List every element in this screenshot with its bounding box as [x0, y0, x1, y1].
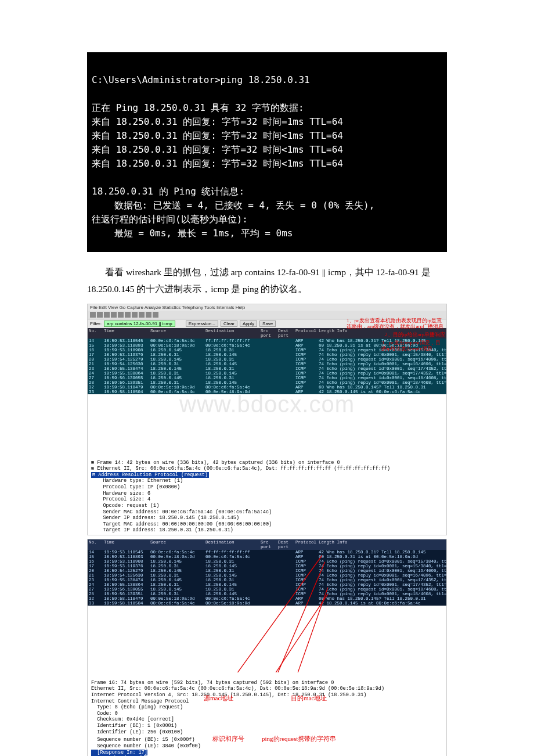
col-dest[interactable]: Destination [204, 328, 259, 339]
table-row[interactable]: 1710:59:53.11937618.250.0.3118.250.0.145… [88, 564, 446, 568]
annotation-3: 3、pc发出request消息，目的ip给出发出reply消息 [381, 340, 445, 352]
ping-stats-4: 最短 = 0ms, 最长 = 1ms, 平均 = 0ms [92, 228, 293, 239]
table-row[interactable]: 2710:59:56.13905518.250.0.14518.250.0.31… [88, 376, 446, 380]
table-row[interactable]: 3310:59:58.11850400:0e:c6:fa:5a:4c00:0e:… [88, 601, 446, 606]
detail-line[interactable]: ⊞ Ethernet II, Src: 00:0e:c6:fa:5a:4c (0… [91, 466, 390, 471]
cmd-prompt: C:\Users\Administrator>ping 18.250.0.31 [92, 74, 310, 85]
table-row[interactable]: 3210:59:58.11847900:0e:5e:18:9a:9d00:0e:… [88, 385, 446, 390]
ping-reply-4: 来自 18.250.0.31 的回复: 字节=32 时间<1ms TTL=64 [92, 158, 343, 169]
detail-line[interactable]: Sequence number (LE): 3840 (0x0f00) [91, 743, 201, 749]
detail-line[interactable]: Ethernet II, Src: 00:0e:c6:fa:5a:4c (00:… [91, 686, 384, 692]
table-row[interactable]: 2010:59:54.12527918.250.0.14518.250.0.31… [88, 568, 446, 573]
detail-line[interactable]: Protocol size: 4 [91, 496, 150, 502]
col-source[interactable]: Source [149, 539, 204, 550]
ping-stats-1: 18.250.0.31 的 Ping 统计信息: [92, 186, 244, 197]
detail-line[interactable]: Frame 16: 74 bytes on wire (592 bits), 7… [91, 680, 334, 686]
ping-stats-2: 数据包: 已发送 = 4, 已接收 = 4, 丢失 = 0 (0% 丢失), [92, 200, 374, 211]
table-row[interactable]: 3210:59:58.11847900:0e:5e:18:9a:9d00:0e:… [88, 596, 446, 601]
detail-line-selected[interactable]: ⊟ Address Resolution Protocol (request) [91, 472, 209, 478]
ping-reply-2: 来自 18.250.0.31 的回复: 字节=32 时间<1ms TTL=64 [92, 130, 343, 141]
table-row[interactable]: 2110:59:54.12563018.250.0.3118.250.0.145… [88, 362, 446, 366]
packet-details-1[interactable]: ⊞ Frame 14: 42 bytes on wire (336 bits),… [88, 452, 446, 535]
detail-line[interactable]: Sender IP address: 18.250.0.145 (18.250.… [91, 515, 239, 521]
toolbar-icon[interactable] [146, 312, 151, 318]
table-row[interactable]: 1410:59:53.11854500:0e:c6:fa:5a:4cff:ff:… [88, 550, 446, 555]
cmd-terminal: C:\Users\Administrator>ping 18.250.0.31 … [87, 52, 447, 252]
col-srcport[interactable]: Src port [259, 539, 277, 550]
detail-line[interactable]: Protocol type: IP (0x0800) [91, 484, 180, 490]
detail-line[interactable]: Sender MAC address: 00:0e:c6:fa:5a:4c (0… [91, 509, 272, 515]
table-row[interactable]: 1610:59:53.11890818.250.0.14518.250.0.31… [88, 559, 446, 564]
ping-reply-1: 来自 18.250.0.31 的回复: 字节=32 时间=1ms TTL=64 [92, 116, 343, 127]
expression-button[interactable]: Expression... [186, 321, 218, 327]
col-dstport[interactable]: Dest port [277, 328, 294, 339]
filter-input[interactable]: arp contains 12-fa-00-91 || icmp [104, 321, 175, 327]
col-srcport[interactable]: Src port [259, 328, 277, 339]
toolbar-icon[interactable] [132, 312, 138, 318]
col-dstport[interactable]: Dest port [277, 539, 294, 550]
detail-line[interactable]: Code: 0 [91, 711, 118, 717]
toolbar-icon[interactable] [97, 312, 103, 318]
table-row[interactable]: 2310:59:55.13847418.250.0.14518.250.0.31… [88, 366, 446, 371]
clear-button[interactable]: Clear [221, 321, 237, 327]
detail-line[interactable]: Hardware type: Ethernet (1) [91, 478, 183, 484]
table-row[interactable]: 2110:59:54.12563018.250.0.3118.250.0.145… [88, 573, 446, 578]
table-row[interactable]: 2810:59:56.13935118.250.0.3118.250.0.145… [88, 380, 446, 385]
col-no[interactable]: No. [88, 539, 103, 550]
ping-stats-3: 往返行程的估计时间(以毫秒为单位): [92, 214, 248, 225]
toolbar-icon[interactable] [125, 312, 131, 318]
col-time[interactable]: Time [103, 328, 149, 339]
col-dest[interactable]: Destination [204, 539, 259, 550]
ping-reply-3: 来自 18.250.0.31 的回复: 字节=32 时间<1ms TTL=64 [92, 144, 343, 155]
apply-button[interactable]: Apply [240, 321, 257, 327]
col-source[interactable]: Source [149, 328, 204, 339]
toolbar-icon[interactable] [111, 312, 117, 318]
table-row[interactable]: 1510:59:53.11889300:0e:5e:18:9a:9d00:0e:… [88, 555, 446, 559]
table-row[interactable]: 2010:59:54.12527918.250.0.14518.250.0.31… [88, 357, 446, 362]
annotation-2: 2、目的ip给出arp单播响应 [385, 331, 445, 339]
label-req-string: ping的request携带的字符串 [262, 735, 336, 743]
packet-list-header-2[interactable]: No. Time Source Destination Src port Des… [88, 539, 446, 550]
detail-line[interactable]: Target MAC address: 00:00:00:00:00:00 (0… [91, 521, 272, 527]
paragraph-1: 看看 wireshark 里的抓包，过滤 arp contains 12-fa-… [87, 264, 447, 298]
detail-line[interactable]: Identifier (LE): 256 (0x0100) [91, 729, 183, 735]
col-time[interactable]: Time [103, 539, 149, 550]
detail-line[interactable]: ⊞ Frame 14: 42 bytes on wire (336 bits),… [91, 460, 340, 466]
toolbar-icon[interactable] [118, 312, 124, 318]
detail-line[interactable]: Sequence number (BE): 15 (0x000f) [91, 737, 195, 743]
packet-details-2[interactable]: Frame 16: 74 bytes on wire (592 bits), 7… [88, 672, 446, 756]
filter-label: Filter: [90, 321, 102, 326]
toolbar-icon[interactable] [139, 312, 145, 318]
ping-header: 正在 Ping 18.250.0.31 具有 32 字节的数据: [92, 102, 304, 113]
label-idseq: 标识和序号 [212, 735, 244, 742]
table-row[interactable]: 2810:59:56.13935118.250.0.3118.250.0.145… [88, 592, 446, 596]
table-row[interactable]: 2310:59:55.13847418.250.0.14518.250.0.31… [88, 578, 446, 582]
wireshark-screenshot-2: No. Time Source Destination Src port Des… [87, 539, 447, 756]
table-row[interactable]: 3310:59:58.11850400:0e:c6:fa:5a:4c00:0e:… [88, 390, 446, 394]
table-row[interactable]: 1710:59:53.11937618.250.0.3118.250.0.145… [88, 352, 446, 357]
detail-line[interactable]: Internet Control Message Protocol [91, 699, 189, 704]
annotation-1: 1、pc发出查看本机路由表发现目的ip是直连路由，arp缓存没有，就发出arp广… [347, 318, 445, 330]
wireshark-screenshot-1: File Edit View Go Capture Analyze Statis… [87, 304, 447, 535]
table-row[interactable]: 2410:59:55.13886418.250.0.3118.250.0.145… [88, 371, 446, 376]
save-button[interactable]: Save [259, 321, 276, 327]
col-proto[interactable]: Protocol [294, 539, 317, 550]
table-row[interactable]: 2410:59:55.13886418.250.0.3118.250.0.145… [88, 582, 446, 587]
detail-line[interactable]: [Response In: 17] [91, 750, 147, 755]
col-no[interactable]: No. [88, 328, 103, 339]
ws-menubar[interactable]: File Edit View Go Capture Analyze Statis… [88, 304, 446, 311]
toolbar-icon[interactable] [153, 312, 158, 318]
col-info[interactable]: Length Info [317, 539, 446, 550]
toolbar-icon[interactable] [104, 312, 110, 318]
table-row[interactable]: 2710:59:56.13905518.250.0.14518.250.0.31… [88, 587, 446, 592]
detail-line[interactable]: Opcode: request (1) [91, 503, 159, 509]
label-dst-mac: 目的mac地址 [291, 694, 327, 703]
col-proto[interactable]: Protocol [294, 328, 317, 339]
detail-line[interactable]: Identifier (BE): 1 (0x0001) [91, 723, 177, 729]
detail-line[interactable]: Checksum: 0x4d4c [correct] [91, 717, 174, 722]
toolbar-icon[interactable] [90, 312, 96, 318]
detail-line[interactable]: Hardware size: 6 [91, 491, 150, 496]
detail-line[interactable]: Type: 8 (Echo (ping) request) [91, 704, 183, 710]
packet-list-2[interactable]: 1410:59:53.11854500:0e:c6:fa:5a:4cff:ff:… [88, 550, 446, 606]
detail-line[interactable]: Target IP address: 18.250.0.31 (18.250.0… [91, 527, 233, 533]
